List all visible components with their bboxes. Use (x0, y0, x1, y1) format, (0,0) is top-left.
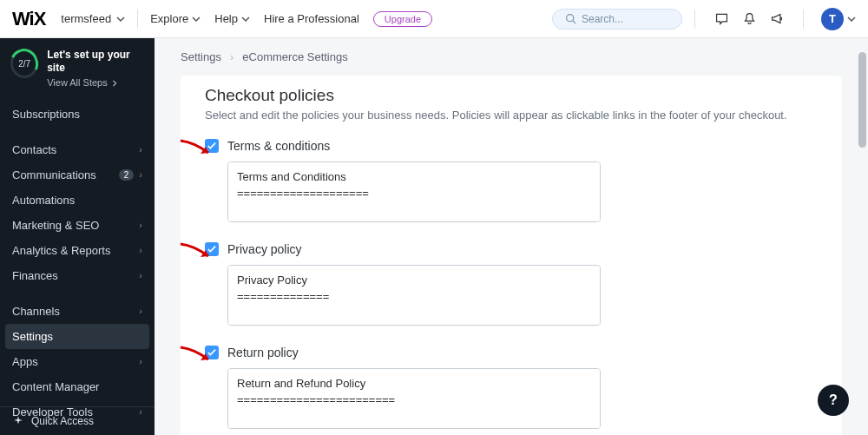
quick-access-button[interactable]: Quick Access (0, 406, 155, 435)
sidebar-item-analytics[interactable]: Analytics & Reports› (0, 238, 155, 263)
breadcrumb-settings[interactable]: Settings (181, 50, 221, 63)
svg-line-1 (573, 21, 575, 23)
sidebar-item-settings[interactable]: Settings (5, 324, 149, 349)
inbox-icon[interactable] (707, 5, 735, 33)
sidebar-item-contacts[interactable]: Contacts› (0, 137, 155, 162)
sidebar-item-channels[interactable]: Channels› (0, 299, 155, 324)
sidebar-item-automations[interactable]: Automations (0, 188, 155, 213)
chevron-right-icon: › (139, 169, 142, 180)
nav-help[interactable]: Help (214, 12, 250, 25)
separator (694, 10, 695, 29)
chevron-right-icon: › (139, 144, 142, 155)
nav-hire[interactable]: Hire a Professional (264, 12, 359, 25)
policy-privacy: Privacy policy (205, 242, 818, 328)
sidebar-nav: Subscriptions Contacts› Communications2›… (0, 102, 155, 425)
chevron-right-icon: › (139, 220, 142, 230)
upgrade-button[interactable]: Upgrade (373, 11, 432, 27)
checkout-policies-panel: Checkout policies Select and edit the po… (181, 76, 842, 435)
policy-label: Terms & conditions (227, 139, 330, 153)
site-name: termsfeed (61, 12, 111, 25)
chevron-right-icon: › (139, 356, 142, 366)
separator (137, 10, 138, 29)
avatar: T (821, 8, 844, 30)
policy-label: Privacy policy (227, 242, 302, 256)
checkbox-privacy[interactable] (205, 242, 219, 256)
checkbox-terms[interactable] (205, 139, 219, 153)
page-subtitle: Select and edit the policies your busine… (205, 109, 818, 122)
checkbox-return[interactable] (205, 346, 219, 359)
chevron-down-icon (241, 15, 250, 23)
policy-textarea-return[interactable] (227, 368, 601, 429)
setup-card[interactable]: 2/7 Let's set up your site View All Step… (0, 38, 155, 102)
separator (803, 10, 804, 29)
chevron-right-icon: › (139, 306, 142, 316)
sparkle-icon (12, 415, 24, 427)
megaphone-icon[interactable] (763, 5, 791, 33)
chevron-right-icon: › (139, 245, 142, 255)
search-icon (565, 13, 576, 24)
sidebar-item-subscriptions[interactable]: Subscriptions (0, 102, 155, 127)
chevron-down-icon (192, 15, 201, 23)
policy-terms: Terms & conditions (205, 139, 818, 225)
search-input[interactable]: Search... (552, 9, 682, 30)
chevron-right-icon: › (139, 270, 142, 280)
sidebar-item-marketing[interactable]: Marketing & SEO› (0, 213, 155, 238)
page-title: Checkout policies (205, 86, 818, 105)
progress-ring: 2/7 (10, 49, 38, 78)
breadcrumb-ecommerce[interactable]: eCommerce Settings (242, 50, 347, 63)
badge: 2 (119, 169, 135, 181)
bell-icon[interactable] (735, 5, 763, 33)
scrollbar[interactable] (858, 52, 866, 148)
view-all-steps-link[interactable]: View All Steps (47, 77, 144, 89)
top-bar: WiX termsfeed Explore Help Hire a Profes… (0, 0, 868, 38)
wix-logo[interactable]: WiX (12, 8, 45, 30)
account-menu[interactable]: T (821, 8, 856, 30)
policy-textarea-privacy[interactable] (227, 265, 601, 326)
chevron-right-icon: › (230, 50, 233, 63)
sidebar-item-communications[interactable]: Communications2› (0, 162, 155, 188)
svg-point-0 (567, 15, 574, 22)
main: Settings › eCommerce Settings Checkout p… (155, 38, 868, 435)
help-fab[interactable]: ? (818, 385, 849, 416)
nav-explore[interactable]: Explore (150, 12, 201, 25)
search-placeholder: Search... (582, 13, 623, 25)
breadcrumb: Settings › eCommerce Settings (155, 38, 868, 76)
policy-return: Return policy (205, 346, 818, 432)
site-switcher[interactable]: termsfeed (61, 12, 125, 25)
policy-textarea-terms[interactable] (227, 161, 601, 222)
chevron-down-icon (847, 15, 856, 23)
sidebar: 2/7 Let's set up your site View All Step… (0, 38, 155, 435)
sidebar-item-apps[interactable]: Apps› (0, 349, 155, 374)
chevron-right-icon (111, 80, 118, 87)
sidebar-item-finances[interactable]: Finances› (0, 263, 155, 288)
chevron-down-icon (116, 15, 125, 23)
sidebar-item-content-manager[interactable]: Content Manager (0, 374, 155, 399)
policy-label: Return policy (227, 346, 299, 359)
setup-title: Let's set up your site (47, 49, 144, 75)
